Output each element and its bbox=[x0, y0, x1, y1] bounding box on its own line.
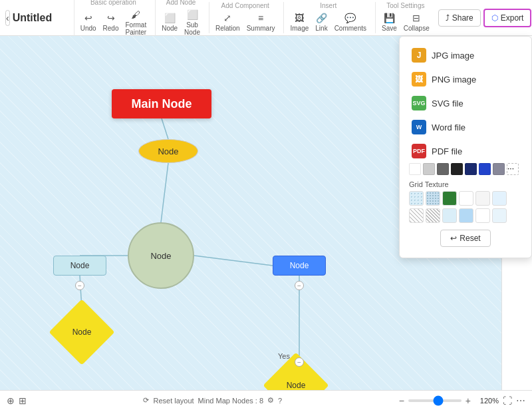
color-gray[interactable] bbox=[423, 163, 435, 175]
app-title: Untitled bbox=[13, 12, 66, 24]
section-add-component: Add Component ⤢Relation ≡Summary bbox=[209, 2, 281, 33]
collapse-button[interactable]: ⊟Collapse bbox=[402, 11, 432, 33]
zoom-slider[interactable] bbox=[408, 399, 462, 402]
help-icon[interactable]: ? bbox=[278, 397, 282, 405]
basic-icons-row: ↩Undo ↪Redo 🖌Format Painter bbox=[78, 7, 149, 37]
node-diamond-left-label: Node bbox=[72, 327, 92, 337]
image-button[interactable]: 🖼Image bbox=[288, 11, 311, 33]
export-button[interactable]: ⬡ Export bbox=[483, 9, 532, 27]
grid-icon[interactable]: ⊞ bbox=[19, 395, 27, 406]
zoom-value: 120% bbox=[475, 397, 499, 405]
export-png-label: PNG image bbox=[432, 75, 476, 85]
section-label-add-node: Add Node bbox=[166, 0, 196, 6]
add-icon[interactable]: ⊕ bbox=[7, 395, 15, 406]
grid-section-label: Grid Texture bbox=[409, 180, 522, 188]
undo-button[interactable]: ↩Undo bbox=[78, 11, 98, 33]
section-insert: Insert 🖼Image 🔗Link 💬Comments bbox=[283, 2, 372, 33]
fullscreen-icon[interactable]: ⛶ bbox=[503, 395, 512, 406]
sub-node-button[interactable]: ⬜Sub Node bbox=[182, 7, 202, 37]
grid-swatches-row1 bbox=[406, 191, 525, 208]
grid-gray[interactable] bbox=[475, 191, 490, 206]
png-icon: 🖼 bbox=[412, 72, 426, 87]
color-black[interactable] bbox=[451, 163, 463, 175]
color-slate[interactable] bbox=[493, 163, 505, 175]
export-pdf-label: PDF file bbox=[432, 146, 462, 156]
grid-pale[interactable] bbox=[492, 208, 507, 223]
node-circle[interactable]: Node bbox=[128, 222, 194, 289]
section-label-basic: Basic operation bbox=[90, 0, 136, 6]
section-tool-settings: Tool Settings 💾Save ⊟Collapse bbox=[375, 2, 436, 33]
grid-dot2[interactable] bbox=[426, 191, 440, 206]
color-more[interactable]: ··· bbox=[507, 163, 519, 175]
word-icon: W bbox=[412, 120, 426, 134]
share-icon: ⤴ bbox=[446, 13, 450, 23]
share-button[interactable]: ⤴ Share bbox=[438, 9, 481, 27]
collapse-left-circle[interactable]: − bbox=[75, 281, 84, 290]
pdf-icon: PDF bbox=[412, 144, 426, 158]
main-node-label: Main Node bbox=[131, 97, 192, 111]
tool-icons-row: 💾Save ⊟Collapse bbox=[380, 11, 432, 33]
section-label-add-component: Add Component bbox=[221, 2, 269, 9]
more-icon[interactable]: ⋯ bbox=[516, 395, 525, 406]
add-component-icons-row: ⤢Relation ≡Summary bbox=[213, 11, 277, 33]
reset-button[interactable]: ↩ Reset bbox=[440, 230, 490, 247]
relation-button[interactable]: ⤢Relation bbox=[213, 11, 242, 33]
summary-button[interactable]: ≡Summary bbox=[245, 11, 277, 33]
grid-white2[interactable] bbox=[475, 208, 490, 223]
color-darkgray[interactable] bbox=[437, 163, 449, 175]
grid-blue2[interactable] bbox=[459, 208, 473, 223]
node-button[interactable]: ⬜Node bbox=[160, 11, 180, 33]
jpg-icon: J bbox=[412, 48, 426, 63]
node-diamond-left[interactable]: Node bbox=[59, 309, 105, 355]
color-white[interactable] bbox=[409, 163, 421, 175]
grid-lightblue[interactable] bbox=[442, 208, 457, 223]
export-jpg[interactable]: J JPG image bbox=[406, 43, 525, 67]
comments-button[interactable]: 💬Comments bbox=[332, 11, 368, 33]
grid-white[interactable] bbox=[459, 191, 473, 206]
collapse-yes-circle[interactable]: − bbox=[295, 357, 304, 367]
grid-hatched2[interactable] bbox=[426, 208, 440, 223]
save-button[interactable]: 💾Save bbox=[380, 11, 399, 33]
node-diamond-right[interactable]: Node bbox=[273, 362, 319, 390]
node-rect-right[interactable]: Node bbox=[273, 256, 326, 276]
format-painter-button[interactable]: 🖌Format Painter bbox=[123, 7, 148, 37]
node-rect-right-label: Node bbox=[290, 261, 309, 270]
grid-swatches-row2 bbox=[406, 208, 525, 226]
grid-green[interactable] bbox=[442, 191, 457, 206]
node-oval-label: Node bbox=[158, 146, 178, 156]
export-svg[interactable]: SVG SVG file bbox=[406, 91, 525, 115]
export-png[interactable]: 🖼 PNG image bbox=[406, 67, 525, 91]
zoom-in-icon[interactable]: + bbox=[466, 395, 471, 406]
export-icon: ⬡ bbox=[491, 13, 498, 23]
export-word-label: Word file bbox=[432, 122, 466, 132]
zoom-out-icon[interactable]: − bbox=[399, 395, 404, 406]
yes-label: Yes bbox=[278, 352, 290, 360]
link-button[interactable]: 🔗Link bbox=[313, 11, 329, 33]
reset-layout-icon[interactable]: ⟳ bbox=[143, 396, 149, 405]
grid-blue-light[interactable] bbox=[492, 191, 507, 206]
node-diamond-right-label: Node bbox=[287, 381, 306, 390]
svg-line-3 bbox=[194, 256, 273, 266]
node-oval[interactable]: Node bbox=[138, 139, 198, 163]
collapse-right-circle[interactable]: − bbox=[295, 281, 304, 290]
node-rect-left-label: Node bbox=[70, 261, 90, 270]
main-node[interactable]: Main Node bbox=[112, 89, 211, 118]
color-darkblue[interactable] bbox=[465, 163, 477, 175]
grid-hatched[interactable] bbox=[409, 208, 424, 223]
statusbar-right: − + 120% ⛶ ⋯ bbox=[399, 395, 525, 406]
svg-line-0 bbox=[162, 118, 168, 139]
back-button[interactable]: ‹ bbox=[5, 10, 10, 26]
statusbar-left: ⊕ ⊞ bbox=[7, 395, 27, 406]
add-node-icons-row: ⬜Node ⬜Sub Node bbox=[160, 7, 202, 37]
node-rect-left[interactable]: Node bbox=[53, 256, 106, 276]
svg-icon: SVG bbox=[412, 96, 426, 110]
settings-icon[interactable]: ⚙ bbox=[267, 396, 274, 405]
node-circle-label: Node bbox=[150, 251, 171, 261]
reset-layout-label[interactable]: Reset layout bbox=[153, 397, 194, 405]
export-word[interactable]: W Word file bbox=[406, 115, 525, 139]
section-add-node: Add Node ⬜Node ⬜Sub Node bbox=[155, 0, 206, 37]
redo-button[interactable]: ↪Redo bbox=[101, 11, 121, 33]
grid-dot[interactable] bbox=[409, 191, 424, 206]
color-blue[interactable] bbox=[479, 163, 491, 175]
export-pdf[interactable]: PDF PDF file bbox=[406, 139, 525, 163]
